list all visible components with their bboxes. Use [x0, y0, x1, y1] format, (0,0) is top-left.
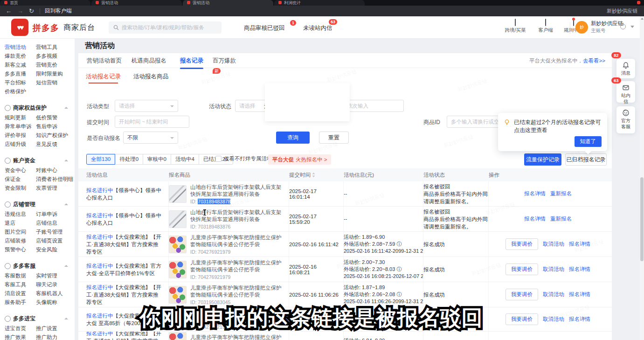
adjust-price-button[interactable]: 我要调价: [506, 289, 538, 300]
tooltip-ok-button[interactable]: 知道了: [575, 136, 602, 147]
product-thumbnail[interactable]: [169, 261, 187, 278]
reload-icon[interactable]: ↻: [29, 6, 34, 16]
unread-mail-link[interactable]: 未读站内信: [303, 24, 332, 32]
query-button[interactable]: 查询: [276, 132, 310, 144]
sidebar-item[interactable]: 多多直播: [5, 70, 36, 77]
activity-type-select[interactable]: 请选择: [115, 100, 178, 112]
float-mail[interactable]: 站内信: [616, 81, 635, 103]
op-link[interactable]: 重新报名: [550, 215, 572, 222]
tab-2[interactable]: 报名记录: [180, 57, 203, 65]
sidebar-item[interactable]: 异常单申诉: [5, 123, 36, 130]
op-link[interactable]: 报名详情: [569, 291, 590, 298]
subtab-0[interactable]: 活动报名记录: [86, 73, 121, 81]
promo-banner-link[interactable]: 平台大促火热报名中，去看看>>: [529, 57, 605, 64]
sidebar-item[interactable]: 售后申诉: [36, 123, 57, 130]
sidebar-item[interactable]: 订单申诉: [36, 211, 57, 218]
op-link[interactable]: 报名详情: [569, 266, 590, 273]
subtab-1[interactable]: 活动报名商品: [133, 73, 168, 81]
address-text[interactable]: 回到客户端: [45, 7, 72, 14]
sidebar-item[interactable]: 发票管理: [36, 185, 57, 192]
chevron-down-icon[interactable]: [630, 26, 634, 28]
sidebar-item[interactable]: 对账中心: [36, 167, 57, 174]
audit-rejected-link[interactable]: 商品审核已驳回: [244, 24, 285, 32]
adjust-price-button[interactable]: 我要调价: [506, 264, 538, 275]
global-search-input[interactable]: 搜索功能/订单/课程/规则/帮助/服务: [109, 21, 222, 34]
op-link[interactable]: 报名详情: [524, 215, 546, 222]
sidebar-item[interactable]: 新客立减: [5, 62, 36, 69]
product-title[interactable]: 儿童滑步平衡车护胸车把防撞把立保护套饰能猫玩偶卡通公仔把手袋: [190, 234, 284, 248]
page-scrollbar[interactable]: [640, 16, 644, 340]
sidebar-item[interactable]: 推广效果: [5, 334, 36, 340]
forward-icon[interactable]: →: [17, 6, 23, 16]
sidebar-item[interactable]: 知识产权保护: [36, 132, 68, 139]
sidebar-item[interactable]: 聊天记录: [36, 281, 57, 288]
browser-tab[interactable]: 首页: [0, 0, 90, 6]
sidebar-item[interactable]: 店铺装修: [5, 237, 36, 244]
sidebar-group-header[interactable]: 商家权益保护: [5, 102, 75, 113]
sidebar-item[interactable]: 多多视频: [36, 53, 57, 60]
tab-3[interactable]: 百万爆款: [213, 57, 236, 65]
back-icon[interactable]: ←: [6, 6, 12, 16]
sidebar-item[interactable]: 消费者补偿明细: [36, 176, 74, 183]
sidebar-item[interactable]: 预警中心: [5, 246, 36, 253]
product-thumbnail[interactable]: [169, 332, 187, 340]
op-link[interactable]: 取消活动: [543, 241, 564, 248]
product-title[interactable]: 山地自行车后货架钢行李架载人后支架快拆尾架后车篮通用骑行装备: [190, 184, 284, 198]
op-link[interactable]: 报名详情: [524, 190, 546, 197]
sidebar-item[interactable]: 价格保护: [5, 88, 36, 95]
hot-promo-pill[interactable]: 平台大促火热报名中 >: [268, 154, 331, 165]
float-service-face[interactable]: 官方客服: [616, 106, 635, 133]
sidebar-item[interactable]: 规则更新: [5, 114, 36, 121]
sidebar-item[interactable]: 资金限制: [5, 185, 36, 192]
sidebar-item[interactable]: 短信营销: [36, 79, 57, 86]
sidebar-item[interactable]: 营销活动: [5, 44, 36, 51]
sidebar-item[interactable]: 客服数据: [5, 272, 36, 279]
sidebar-group-header[interactable]: 店铺管理: [5, 199, 75, 210]
sidebar-item[interactable]: 店铺页设置: [36, 237, 63, 244]
filter-chip[interactable]: 审核中0: [143, 154, 171, 165]
auto-enroll-select[interactable]: 不限: [123, 132, 178, 144]
sidebar-item[interactable]: 意见反馈: [36, 141, 57, 148]
sidebar-item[interactable]: 营销竞价: [36, 62, 57, 69]
tab-0[interactable]: 营销活动首页: [87, 57, 122, 65]
submit-time-range-input[interactable]: 开始时间 ~ 结束时间: [115, 116, 189, 128]
sidebar-item[interactable]: 违规信息: [5, 211, 36, 218]
sidebar-group-header[interactable]: 多多客服: [5, 260, 75, 271]
browser-tab[interactable]: 营销活动: [91, 0, 182, 6]
sidebar-item[interactable]: 客服工具: [5, 281, 36, 288]
sidebar-item[interactable]: 实时管理: [36, 272, 57, 279]
avatar[interactable]: 妙: [575, 21, 588, 34]
campaign-info[interactable]: 报名进行中【大促搜索池】【开工·直通38大促销】官方搜索推荐专区: [86, 284, 164, 306]
product-title[interactable]: 儿童滑步平衡车护胸车把防撞把立保护套饰能猫玩偶卡通公仔把手袋: [190, 334, 284, 340]
campaign-info[interactable]: 报名进行中【领券中心】领券中心报名入口: [86, 187, 164, 201]
product-thumbnail[interactable]: [169, 210, 187, 228]
scrollbar-thumb[interactable]: [640, 177, 644, 261]
product-thumbnail[interactable]: [169, 286, 187, 304]
filter-chip[interactable]: 活动中4: [171, 154, 199, 165]
sidebar-item[interactable]: 客服机器人: [36, 290, 63, 297]
logout-icon[interactable]: [620, 24, 626, 29]
browser-tab[interactable]: 利润统计: [274, 0, 365, 6]
sidebar-item[interactable]: 限时限量购: [36, 70, 63, 77]
campaign-info[interactable]: 报名进行中【大促搜索池】【开工·直通38大促销】官方搜索推荐专区: [86, 332, 164, 340]
sidebar-item[interactable]: 店铺信息: [36, 220, 57, 227]
product-title[interactable]: 儿童滑步平衡车护胸车把防撞把立保护套饰能猫玩偶卡通公仔把手袋: [190, 284, 284, 298]
op-link[interactable]: 取消活动: [543, 266, 564, 273]
op-link[interactable]: 重新报名: [550, 190, 572, 197]
filter-chip[interactable]: 待处理0: [115, 154, 143, 165]
sidebar-item[interactable]: 营销工具: [36, 44, 57, 51]
sidebar-item[interactable]: 子账号管理: [36, 229, 63, 236]
sort-icon[interactable]: [312, 173, 315, 177]
product-thumbnail[interactable]: [169, 236, 187, 253]
sidebar-item[interactable]: 店铺升级: [5, 141, 36, 148]
scroll-up-arrow-icon[interactable]: [641, 18, 644, 20]
sidebar-item[interactable]: 安全风险: [36, 246, 57, 253]
sidebar-item[interactable]: 资金中心: [5, 167, 36, 174]
campaign-info[interactable]: 报名进行中【大促搜索池】【开工·直通38大促销】官方搜索推荐专区: [86, 233, 164, 256]
sidebar-item[interactable]: 低价预警: [36, 114, 57, 121]
header-quick-1[interactable]: 客户端: [533, 19, 558, 34]
campaign-info[interactable]: 报名进行中【大促搜索池】官方大促·全店平日价降价1%专区: [86, 262, 164, 277]
op-link[interactable]: 取消活动: [543, 291, 564, 298]
exclusive-activity-checkbox[interactable]: 仅看不打烊专属活动: [215, 155, 272, 162]
product-thumbnail[interactable]: [169, 185, 187, 203]
